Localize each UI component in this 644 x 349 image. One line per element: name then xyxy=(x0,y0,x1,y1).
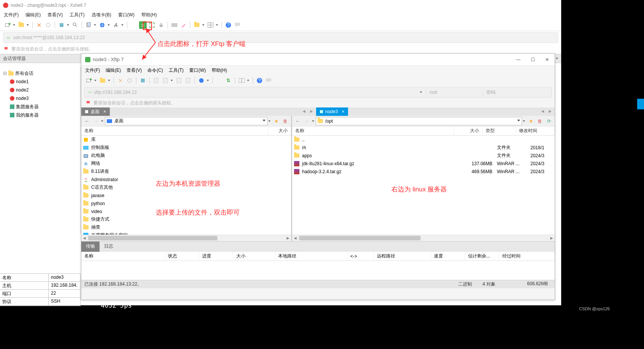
new-icon[interactable] xyxy=(85,77,93,84)
props-icon[interactable] xyxy=(139,77,147,84)
properties-icon[interactable] xyxy=(58,21,65,29)
maximize-button[interactable]: ☐ xyxy=(529,57,536,62)
xftp-icon xyxy=(85,57,90,62)
xftp-menu-file[interactable]: 文件(F) xyxy=(85,67,100,74)
swirl-icon[interactable] xyxy=(215,77,223,84)
disconnect-icon[interactable] xyxy=(44,21,52,29)
xftp-menubar[interactable]: 文件(F) 编辑(E) 查看(V) 命令(C) 工具(T) 窗口(W) 帮助(H… xyxy=(81,66,555,75)
local-hscroll[interactable]: ◄► xyxy=(81,235,291,241)
fullscreen-icon[interactable] xyxy=(148,21,156,29)
rcol-type[interactable]: 类型 xyxy=(483,126,516,135)
doc3-icon[interactable] xyxy=(175,77,183,84)
back2-button[interactable]: ← xyxy=(294,117,302,125)
xftp-green-icon[interactable]: ⇅ xyxy=(225,77,232,84)
doc1-icon[interactable] xyxy=(152,77,160,84)
xftp-menu-view[interactable]: 查看(V) xyxy=(127,67,142,74)
xshell-swirl-icon[interactable] xyxy=(130,21,138,29)
remote-hscroll[interactable]: ◄► xyxy=(292,235,555,241)
chevron-down-icon[interactable] xyxy=(556,57,559,60)
trash2-icon[interactable]: 🗑 xyxy=(536,117,544,125)
local-path-combo[interactable]: 桌面 xyxy=(105,117,267,125)
chat-icon[interactable] xyxy=(234,21,241,29)
tab-next-icon[interactable]: ► xyxy=(309,109,314,114)
trash-icon[interactable]: 🗑 xyxy=(281,117,290,125)
font-icon[interactable]: A xyxy=(112,21,120,29)
tab-transfer[interactable]: 传输 xyxy=(81,242,100,252)
list-item: 8.11讲座 xyxy=(81,167,291,175)
chat2-icon[interactable] xyxy=(265,77,272,84)
search-icon[interactable] xyxy=(71,21,79,29)
menu-help[interactable]: 帮助(H) xyxy=(141,12,157,18)
cut-icon[interactable] xyxy=(117,77,124,84)
tree-item-node2[interactable]: node2 xyxy=(2,86,79,94)
svg-rect-17 xyxy=(163,78,168,83)
copy-icon[interactable] xyxy=(85,21,92,29)
menu-tools[interactable]: 工具(T) xyxy=(70,12,84,18)
new-session-icon[interactable] xyxy=(4,21,11,29)
menu-tabs[interactable]: 选项卡(B) xyxy=(92,12,111,18)
user-field[interactable]: root xyxy=(426,90,483,95)
tab-prev2-icon[interactable]: ◄ xyxy=(540,109,545,114)
help-icon[interactable]: ? xyxy=(225,21,232,29)
remote-path-combo[interactable]: /opt xyxy=(316,117,522,125)
list-item: rh文件夹2018/1 xyxy=(292,144,555,152)
new-folder-icon[interactable] xyxy=(193,21,201,29)
xftp-menu-help[interactable]: 帮助(H) xyxy=(212,67,227,74)
xftp-titlebar[interactable]: node3 - Xftp 7 — ☐ ✕ xyxy=(81,54,555,66)
tree-item-group[interactable]: 集团服务器 xyxy=(2,103,79,111)
menu-edit[interactable]: 编辑(E) xyxy=(25,12,41,18)
menu-file[interactable]: 文件(F) xyxy=(4,12,19,18)
stop-icon[interactable] xyxy=(126,77,133,84)
back-button[interactable]: ← xyxy=(83,117,91,125)
minimize-button[interactable]: — xyxy=(514,57,522,62)
rcol-name[interactable]: 名称 xyxy=(292,126,454,135)
doc4-icon[interactable] xyxy=(184,77,192,84)
tree-item-node3[interactable]: node3 xyxy=(2,94,79,103)
highlight-icon[interactable] xyxy=(180,21,187,29)
doc2-icon[interactable] xyxy=(161,77,169,84)
fwd2-button[interactable]: → xyxy=(303,117,311,125)
menu-view[interactable]: 查看(V) xyxy=(47,12,63,18)
help2-icon[interactable]: ? xyxy=(256,77,263,84)
rcol-size[interactable]: 大小 xyxy=(454,126,483,135)
xftp-menu-cmd[interactable]: 命令(C) xyxy=(147,67,163,74)
xftp-menu-edit[interactable]: 编辑(E) xyxy=(106,67,121,74)
close-button[interactable]: ✕ xyxy=(543,57,551,62)
right-tab-node3[interactable]: node3× xyxy=(316,107,348,116)
col-size[interactable]: 大小 xyxy=(268,126,291,135)
layout2-icon[interactable] xyxy=(238,77,245,84)
star-icon[interactable]: ★ xyxy=(272,117,280,125)
xshell-menubar[interactable]: 文件(F) 编辑(E) 查看(V) 工具(T) 选项卡(B) 窗口(W) 帮助(… xyxy=(0,11,561,19)
reconnect-icon[interactable] xyxy=(35,21,43,29)
menu-window[interactable]: 窗口(W) xyxy=(118,12,134,18)
globe-icon[interactable] xyxy=(98,21,106,29)
xftp-menu-window[interactable]: 窗口(W) xyxy=(189,67,206,74)
tab-log[interactable]: 日志 xyxy=(100,242,118,252)
left-tab-desktop[interactable]: 桌面× xyxy=(81,107,110,116)
tab-next2-icon[interactable]: ► xyxy=(548,109,552,114)
star2-icon[interactable]: ★ xyxy=(527,117,535,125)
globe2-icon[interactable] xyxy=(198,77,205,84)
lock-icon[interactable] xyxy=(157,21,165,29)
open-folder-icon[interactable] xyxy=(17,21,25,29)
xftp-menu-tools[interactable]: 工具(T) xyxy=(169,67,184,74)
tree-item-node1[interactable]: node1 xyxy=(2,77,79,86)
xftp-launch-icon[interactable] xyxy=(139,21,147,29)
tab-prev-icon[interactable]: ◄ xyxy=(302,109,306,114)
tree-root[interactable]: ⊟所有会话 xyxy=(2,69,79,77)
keyboard-icon[interactable] xyxy=(171,21,178,29)
layout-icon[interactable] xyxy=(207,21,214,29)
xshell-addressbar[interactable]: ssh://root:*****@192.168.184.13:22 xyxy=(3,32,558,43)
fwd-button[interactable]: → xyxy=(92,117,100,125)
password-field[interactable]: 密码 xyxy=(483,89,551,96)
refresh-icon[interactable]: ⟳ xyxy=(545,117,553,125)
open-icon[interactable] xyxy=(99,77,106,84)
col-name[interactable]: 名称 xyxy=(81,126,268,135)
svg-rect-16 xyxy=(154,78,158,83)
local-file-list[interactable]: 库 控制面板 此电脑 网络 8.11讲座 Administrator C语言其他… xyxy=(81,136,291,235)
list-item: C语言其他 xyxy=(81,183,291,191)
xftp-addressbar[interactable]: sftp://192.168.184.13 root 密码 xyxy=(84,87,552,98)
tree-item-myserver[interactable]: 我的服务器 xyxy=(2,111,79,119)
remote-file-list[interactable]: .. rh文件夹2018/1 apps文件夹2024/3 jdk-8u281-l… xyxy=(292,136,555,235)
rcol-mtime[interactable]: 修改时间 xyxy=(516,126,555,135)
